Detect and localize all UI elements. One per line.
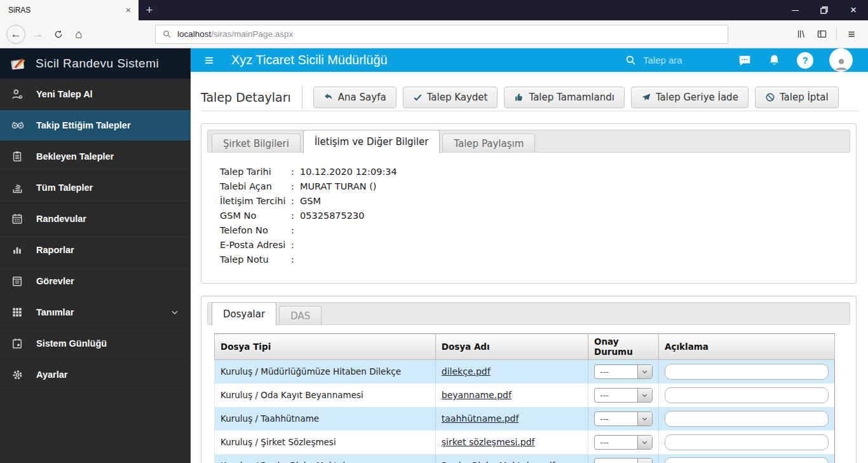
title-divider [302,86,302,109]
chevron-down-icon [637,459,652,463]
table-row: Kuruluş / Oda Kayıt Beyannamesibeyanname… [215,384,835,407]
talep-geriye-i-ade-button[interactable]: Talep Geriye İade [631,86,749,108]
tab-şirket-bilgileri[interactable]: Şirket Bilgileri [212,134,301,152]
sidebar-item-randevular[interactable]: Randevular [0,204,191,235]
sidebar-item-bekleyen-talepler[interactable]: Bekleyen Talepler [0,141,191,172]
note-input[interactable] [665,387,829,403]
field-value: 10.12.2020 12:09:34 [300,167,397,177]
approval-select-value: --- [595,436,637,449]
field-colon: : [291,211,300,221]
detail-tabs: Şirket Bilgileriİletişim ve Diğer Bilgil… [207,130,850,153]
search-box [625,54,726,66]
window-minimize-button[interactable] [780,0,810,20]
talep-tamamlandı-button[interactable]: Talep Tamamlandı [504,86,624,108]
tab-talep-paylaşım[interactable]: Talep Paylaşım [442,134,535,152]
sidebar-toggle-button[interactable] [811,24,832,45]
sidebar-item-takip-ettigim-talepler[interactable]: Takip Ettiğim Talepler [0,110,191,141]
field-label: Telefon No [220,225,291,235]
table-row: Kuruluş / Taahhütnametaahhütname.pdf--- [215,407,835,431]
column-header: Açıklama [658,334,834,360]
detail-field: Telefon No: [220,223,850,237]
approval-select-value: --- [595,412,637,425]
app-logo-icon [9,54,28,73]
sidebar-item-ayarlar[interactable]: Ayarlar [0,359,191,390]
back-button[interactable]: ← [6,25,25,44]
approval-select-value: --- [595,389,637,402]
toolbar-buttons: Ana SayfaTalep KaydetTalep TamamlandıTal… [313,86,839,108]
column-header: Dosya Adı [435,334,588,360]
note-input[interactable] [665,364,829,380]
file-link[interactable]: taahhütname.pdf [442,413,519,424]
sidebar: Sicil Randevu Sistemi Yeni Talep AlTakip… [0,48,191,463]
note-input[interactable] [665,457,829,463]
talep-kaydet-button[interactable]: Talep Kaydet [403,86,498,108]
grid-icon [11,306,36,319]
reply-icon [323,92,334,102]
window-restore-button[interactable] [810,0,839,20]
tab-das[interactable]: DAS [279,306,322,324]
file-link[interactable]: şirket sözleşmesi.pdf [442,437,535,447]
sidebar-item-gorevler[interactable]: Görevler [0,266,191,297]
file-type-cell: Kuruluş / Şirket Sözleşmesi [215,431,436,454]
user-avatar[interactable] [829,48,853,72]
field-label: Talep Notu [220,254,291,265]
library-icon [796,29,807,39]
file-link[interactable]: Banka Bloke Mektubu.pdf [442,460,555,463]
messages-button[interactable] [738,53,752,67]
library-button[interactable] [791,24,811,45]
new-tab-button[interactable]: + [139,0,160,20]
files-panel: DosyalarDAS Dosya TipiDosya AdıOnay Duru… [201,296,857,463]
ban-icon [765,92,775,102]
talep-i-ptal-button[interactable]: Talep İptal [755,86,839,108]
approval-select[interactable]: --- [594,435,653,450]
note-input[interactable] [665,411,829,427]
binoculars-icon [11,118,36,132]
sidebar-item-sistem-gunlugu[interactable]: Sistem Günlüğü [0,328,191,359]
bar-chart-icon [11,244,36,256]
toolbar-rule [201,111,859,111]
forward-button[interactable]: → [28,24,48,45]
approval-select[interactable]: --- [594,411,653,426]
note-input[interactable] [665,434,829,450]
refresh-button[interactable] [48,24,69,45]
stack-icon [11,181,36,195]
ana-sayfa-button[interactable]: Ana Sayfa [313,86,397,108]
tab-dosyalar[interactable]: Dosyalar [212,302,276,326]
home-button[interactable]: ⌂ [69,24,89,45]
sidebar-item-tum-talepler[interactable]: Tüm Talepler [0,172,191,204]
browser-menu-button[interactable]: ≡ [841,24,862,45]
help-button[interactable]: ? [797,52,813,69]
window-controls: × [780,0,868,20]
detail-field: E-Posta Adresi: [220,237,850,252]
sidebar-item-label: Bekleyen Talepler [36,151,114,162]
chevron-down-icon [637,412,652,425]
detail-field: GSM No:05325875230 [220,208,850,223]
tasks-icon [11,275,36,287]
approval-select[interactable]: --- [594,364,653,379]
app-logo-text: Sicil Randevu Sistemi [36,57,159,71]
file-link[interactable]: beyanname.pdf [442,390,512,400]
browser-tab[interactable]: SiRAS × [0,0,139,20]
search-input[interactable] [643,55,713,66]
person-gear-icon [11,88,36,101]
tab-close-icon[interactable]: × [123,5,133,15]
detail-fields: Talep Tarihi:10.12.2020 12:09:34Talebi A… [220,164,850,266]
button-label: Ana Sayfa [338,92,386,103]
file-link[interactable]: dilekçe.pdf [442,366,491,377]
approval-select[interactable]: --- [594,388,653,403]
sidebar-item-yeni-talep-al[interactable]: Yeni Talep Al [0,79,191,110]
window-close-button[interactable]: × [839,0,868,20]
button-label: Talep Kaydet [427,92,488,103]
notifications-button[interactable] [768,53,781,67]
menu-icon[interactable]: ≡ [205,52,214,69]
sidebar-item-tanimlar[interactable]: Tanımlar [0,297,191,328]
sidebar-item-raporlar[interactable]: Raporlar [0,235,191,266]
url-bar[interactable]: localhost/siras/mainPage.aspx [155,25,728,44]
sidebar-item-label: Randevular [36,214,86,224]
approval-select[interactable]: --- [594,458,653,463]
page-toolbar: Talep Detayları Ana SayfaTalep KaydetTal… [201,86,857,108]
approval-select-value: --- [595,459,637,463]
tab-i-letişim-ve-diğer-bilgiler[interactable]: İletişim ve Diğer Bilgiler [303,130,440,153]
detail-field: Talep Tarihi:10.12.2020 12:09:34 [220,164,850,179]
paper-plane-icon [641,92,651,102]
